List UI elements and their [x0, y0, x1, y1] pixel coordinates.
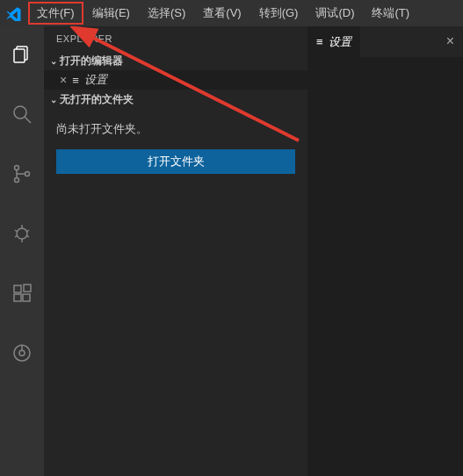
source-control-icon[interactable] [1, 153, 43, 195]
search-icon[interactable] [1, 93, 43, 135]
sidebar: EXPLORER ⌄ 打开的编辑器 × ≡ 设置 ⌄ 无打开的文件夹 尚未打开文… [44, 26, 307, 476]
open-folder-button[interactable]: 打开文件夹 [56, 149, 295, 174]
settings-list-icon: ≡ [316, 35, 323, 48]
tab-settings[interactable]: ≡ 设置 [307, 26, 360, 57]
menu-debug[interactable]: 调试(D) [307, 2, 363, 25]
svg-point-4 [15, 166, 19, 170]
menu-bar: 文件(F) 编辑(E) 选择(S) 查看(V) 转到(G) 调试(D) 终端(T… [28, 2, 418, 25]
svg-rect-15 [14, 294, 21, 301]
svg-point-2 [14, 106, 26, 119]
menu-view[interactable]: 查看(V) [194, 2, 250, 25]
menu-goto[interactable]: 转到(G) [250, 2, 307, 25]
svg-rect-1 [14, 49, 25, 62]
open-editor-label: 设置 [84, 72, 107, 88]
open-editor-item[interactable]: × ≡ 设置 [44, 70, 307, 90]
app-icon [0, 5, 28, 21]
debug-icon[interactable] [1, 213, 43, 255]
svg-line-3 [25, 117, 31, 123]
svg-point-6 [25, 172, 30, 177]
svg-rect-14 [14, 285, 21, 292]
svg-rect-17 [24, 285, 31, 292]
extensions-icon[interactable] [1, 272, 43, 314]
svg-point-5 [15, 178, 19, 183]
svg-point-19 [19, 350, 25, 356]
no-folder-header[interactable]: ⌄ 无打开的文件夹 [44, 90, 307, 109]
menu-terminal[interactable]: 终端(T) [363, 2, 418, 25]
no-folder-title: 无打开的文件夹 [60, 92, 134, 107]
editor-area: ≡ 设置 × [307, 26, 463, 476]
explorer-icon[interactable] [1, 33, 43, 76]
chevron-down-icon: ⌄ [47, 56, 60, 66]
settings-list-icon: ≡ [72, 74, 79, 87]
menu-edit[interactable]: 编辑(E) [83, 2, 139, 25]
open-editors-title: 打开的编辑器 [60, 54, 123, 69]
svg-rect-16 [23, 294, 30, 301]
menu-select[interactable]: 选择(S) [139, 2, 194, 25]
sidebar-title: EXPLORER [44, 26, 307, 51]
no-folder-message: 尚未打开文件夹。 [56, 121, 295, 137]
close-icon[interactable]: × [446, 33, 454, 49]
close-icon[interactable]: × [60, 73, 67, 87]
open-editors-header[interactable]: ⌄ 打开的编辑器 [44, 51, 307, 70]
chevron-down-icon: ⌄ [47, 95, 60, 105]
tab-label: 设置 [329, 34, 351, 50]
more-icon[interactable] [1, 332, 43, 374]
activity-bar [0, 26, 44, 476]
menu-file[interactable]: 文件(F) [28, 2, 83, 25]
svg-point-7 [17, 228, 27, 239]
